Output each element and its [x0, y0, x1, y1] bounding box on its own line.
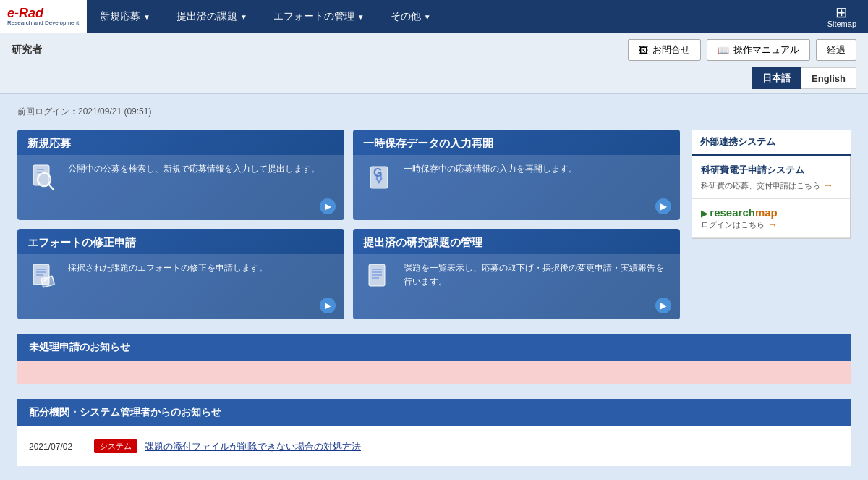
svg-rect-0 [33, 165, 49, 185]
sidebar-title: 外部連携システム [692, 130, 851, 156]
notice-header-2: 配分機関・システム管理者からのお知らせ [17, 399, 851, 426]
top-navigation: e-Rad Research and Development 新規応募 ▼ 提出… [0, 0, 868, 33]
nav-menu: 新規応募 ▼ 提出済の課題 ▼ エフォートの管理 ▼ その他 ▼ [87, 0, 816, 33]
contact-button[interactable]: 🖾 お問合せ [628, 39, 701, 61]
card-effort-icon [27, 261, 59, 300]
svg-text:G: G [373, 167, 382, 179]
notice-body-2: 2021/07/02 システム 課題の添付ファイルが削除できない場合の対処方法 [17, 426, 851, 466]
nav-arrow-shinki: ▼ [143, 13, 150, 21]
card-effort-arrow: ▶ [320, 298, 336, 313]
logo-sub: Research and Development [7, 20, 79, 27]
card-effort-title: エフォートの修正申請 [17, 229, 344, 254]
card-shinki-obo[interactable]: 新規応募 公開中の公募を検索し、新規で応募情報を入力して提出します。 ▶ [17, 130, 344, 220]
svg-line-2 [48, 184, 54, 190]
notice-section-1: 未処理申請のお知らせ [17, 334, 851, 384]
card-teishutsu-arrow: ▶ [655, 298, 671, 313]
card-teishutsu-body: 課題を一覧表示し、応募の取下げ・採択後の変更申請・実績報告を行います。 ▶ [353, 254, 680, 319]
nav-arrow-sonota: ▼ [424, 13, 431, 21]
card-shinki-icon [27, 162, 59, 201]
sidebar-kakenhi-title: 科研費電子申請システム [701, 164, 841, 177]
researcher-label: 研究者 [12, 43, 42, 56]
researchmap-sub: ログインはこちら → [701, 219, 778, 230]
researchmap-map: map [755, 206, 778, 219]
card-effort-shinshin[interactable]: エフォートの修正申請 採択された課題のエフォートの修正を申請します。 [17, 229, 344, 319]
history-button[interactable]: 経過 [816, 39, 856, 61]
contact-label: お問合せ [652, 43, 690, 56]
researchmap-logo: ▶ researchmap [701, 206, 778, 219]
researchmap-sub-text: ログインはこちら [701, 219, 765, 230]
sidebar-researchmap-item[interactable]: ▶ researchmap ログインはこちら → [692, 199, 850, 238]
nav-label-teishutsu: 提出済の課題 [176, 10, 237, 23]
researchmap-arrow: ▶ [701, 209, 710, 219]
card-teishutsu-title: 提出済の研究課題の管理 [353, 229, 680, 254]
nav-label-sonota: その他 [391, 10, 421, 23]
card-shinki-text: 公開中の公募を検索し、新規で応募情報を入力して提出します。 [68, 162, 334, 176]
card-shinki-arrow: ▶ [320, 198, 336, 214]
lang-english-button[interactable]: English [801, 67, 856, 89]
kakenhi-sub-text: 科研費の応募、交付申請はこちら [701, 180, 820, 191]
card-ichiji-body: G 一時保存中の応募情報の入力を再開します。 ▶ [353, 155, 680, 220]
card-teishutsu-kanri[interactable]: 提出済の研究課題の管理 課題を一覧表示し、応募の取下げ・採択後の変更申請・実績報… [353, 229, 680, 319]
logo[interactable]: e-Rad Research and Development [0, 0, 87, 33]
nav-item-sonota[interactable]: その他 ▼ [378, 0, 444, 33]
nav-arrow-teishutsu: ▼ [240, 13, 247, 21]
card-ichiji-arrow: ▶ [655, 198, 671, 214]
researchmap-sub-arrow: → [767, 219, 778, 230]
card-shinki-title: 新規応募 [17, 130, 344, 155]
nav-label-shinki: 新規応募 [100, 10, 140, 23]
notice-section-2: 配分機関・システム管理者からのお知らせ 2021/07/02 システム 課題の添… [17, 399, 851, 466]
logo-text: e-Rad [7, 6, 43, 20]
lang-japanese-button[interactable]: 日本語 [752, 67, 801, 89]
card-teishutsu-text: 課題を一覧表示し、応募の取下げ・採択後の変更申請・実績報告を行います。 [404, 261, 670, 289]
sitemap-link[interactable]: ⊞ Sitemap [816, 2, 868, 31]
contact-icon: 🖾 [639, 45, 648, 56]
sidebar: 外部連携システム 科研費電子申請システム 科研費の応募、交付申請はこちら → ▶… [692, 130, 851, 319]
sidebar-kakenhi-item[interactable]: 科研費電子申請システム 科研費の応募、交付申請はこちら → [692, 156, 850, 199]
nav-item-shinki[interactable]: 新規応募 ▼ [87, 0, 163, 33]
main-content: 前回ログイン：2021/09/21 (09:51) 新規応募 [0, 94, 868, 478]
sub-header: 研究者 🖾 お問合せ 📖 操作マニュアル 経過 [0, 33, 868, 67]
notice-date-0: 2021/07/02 [29, 442, 87, 452]
manual-button[interactable]: 📖 操作マニュアル [707, 39, 810, 61]
sidebar-kakenhi-sub: 科研費の応募、交付申請はこちら → [701, 180, 841, 191]
card-shinki-body: 公開中の公募を検索し、新規で応募情報を入力して提出します。 ▶ [17, 155, 344, 220]
manual-label: 操作マニュアル [733, 43, 799, 56]
last-login: 前回ログイン：2021/09/21 (09:51) [17, 106, 851, 118]
sidebar-kakenhi-block: 科研費電子申請システム 科研費の応募、交付申請はこちら → ▶ research… [692, 156, 851, 239]
nav-item-effort[interactable]: エフォートの管理 ▼ [260, 0, 378, 33]
notice-row-0: 2021/07/02 システム 課題の添付ファイルが削除できない場合の対処方法 [29, 435, 839, 458]
nav-label-effort: エフォートの管理 [273, 10, 354, 23]
notice-header-1: 未処理申請のお知らせ [17, 334, 851, 361]
sitemap-label: Sitemap [827, 20, 856, 28]
card-effort-body: 採択された課題のエフォートの修正を申請します。 ▶ [17, 254, 344, 319]
card-ichiji-icon: G [363, 162, 395, 201]
card-ichiji-hzon[interactable]: 一時保存データの入力再開 G 一時保存中の応募情報の入力を再開します。 ▶ [353, 130, 680, 220]
cards-and-sidebar: 新規応募 公開中の公募を検索し、新規で応募情報を入力して提出します。 ▶ [17, 130, 851, 319]
notice-tag-0: システム [94, 439, 137, 453]
card-ichiji-title: 一時保存データの入力再開 [353, 130, 680, 155]
kakenhi-arrow-icon: → [823, 180, 833, 191]
notice-link-0[interactable]: 課題の添付ファイルが削除できない場合の対処方法 [145, 440, 361, 453]
sitemap-icon: ⊞ [835, 5, 848, 20]
cards-grid: 新規応募 公開中の公募を検索し、新規で応募情報を入力して提出します。 ▶ [17, 130, 680, 319]
card-teishutsu-icon [363, 261, 395, 300]
card-effort-text: 採択された課題のエフォートの修正を申請します。 [68, 261, 334, 275]
card-ichiji-text: 一時保存中の応募情報の入力を再開します。 [404, 162, 670, 176]
nav-arrow-effort: ▼ [357, 13, 365, 21]
header-buttons: 🖾 お問合せ 📖 操作マニュアル 経過 [628, 39, 856, 61]
researchmap-research: research [710, 206, 755, 219]
nav-item-teishutsu[interactable]: 提出済の課題 ▼ [163, 0, 260, 33]
history-label: 経過 [827, 43, 846, 56]
language-switcher: 日本語 English [0, 67, 868, 94]
manual-icon: 📖 [718, 45, 729, 56]
notice-body-1 [17, 361, 851, 384]
